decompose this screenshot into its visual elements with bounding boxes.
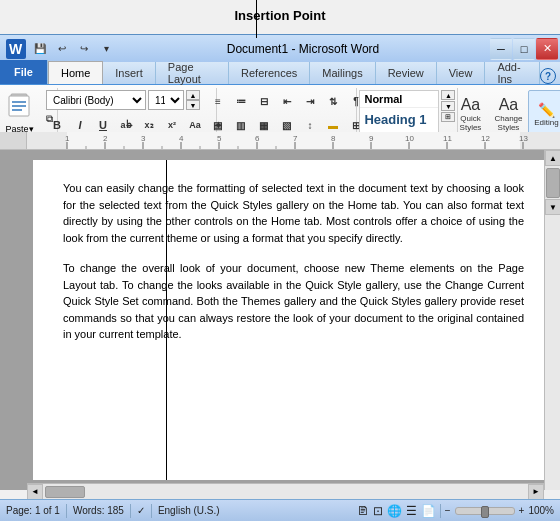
svg-text:6: 6 (255, 134, 260, 143)
svg-text:13: 13 (519, 134, 528, 143)
quick-styles-label: Quick Styles (460, 114, 482, 132)
zoom-slider-thumb[interactable] (481, 506, 489, 518)
scroll-up-button[interactable]: ▲ (545, 150, 560, 166)
svg-rect-4 (12, 101, 26, 103)
svg-text:9: 9 (369, 134, 374, 143)
spell-check-icon[interactable]: ✓ (137, 505, 145, 516)
window-controls: ─ □ ✕ (490, 38, 558, 60)
word-count: Words: 185 (73, 505, 124, 516)
minimize-button[interactable]: ─ (490, 38, 512, 60)
svg-text:1: 1 (65, 134, 70, 143)
undo-qat-button[interactable]: ↩ (52, 39, 72, 59)
svg-text:7: 7 (293, 134, 298, 143)
tab-home[interactable]: Home (48, 61, 103, 84)
svg-text:8: 8 (331, 134, 336, 143)
zoom-in-icon[interactable]: + (519, 505, 525, 516)
editing-button[interactable]: ✏️ Editing (528, 90, 560, 138)
status-sep-1 (66, 504, 67, 518)
svg-rect-6 (12, 109, 22, 111)
page-info: Page: 1 of 1 (6, 505, 60, 516)
svg-text:4: 4 (179, 134, 184, 143)
qat-dropdown[interactable]: ▾ (96, 39, 116, 59)
quick-styles-button[interactable]: Aa Quick Styles (452, 90, 488, 138)
normal-style[interactable]: Normal (360, 91, 438, 108)
font-name-select[interactable]: Calibri (Body) (46, 90, 146, 110)
styles-gallery: Normal Heading 1 (359, 90, 439, 138)
paragraph-2: To change the overall look of your docum… (63, 260, 524, 343)
tab-review[interactable]: Review (376, 62, 437, 84)
horizontal-scrollbar: ◄ ► (27, 483, 544, 499)
change-styles-icon: Aa (499, 96, 519, 114)
bullets-button[interactable]: ≡ (207, 90, 229, 112)
status-sep-3 (151, 504, 152, 518)
scroll-thumb-v[interactable] (546, 168, 560, 198)
status-left: Page: 1 of 1 Words: 185 ✓ English (U.S.) (0, 504, 357, 518)
svg-text:2: 2 (103, 134, 108, 143)
language: English (U.S.) (158, 505, 220, 516)
svg-text:11: 11 (443, 134, 452, 143)
titlebar: W 💾 ↩ ↪ ▾ Document1 - Microsoft Word ─ □… (0, 34, 560, 62)
change-styles-button[interactable]: Aa Change Styles (490, 90, 526, 138)
svg-text:3: 3 (141, 134, 146, 143)
view-print-icon[interactable]: 🖹 (357, 504, 369, 518)
decrease-indent-button[interactable]: ⇤ (276, 90, 298, 112)
font-size-increase[interactable]: ▲ (186, 90, 200, 100)
numbering-button[interactable]: ≔ (230, 90, 252, 112)
tab-add-ins[interactable]: Add-Ins (485, 62, 540, 84)
svg-text:W: W (9, 41, 23, 57)
help-icon[interactable]: ? (540, 68, 556, 84)
paste-button[interactable] (1, 90, 39, 122)
paragraph-1: You can easily change the formatting of … (63, 180, 524, 246)
svg-text:10: 10 (405, 134, 414, 143)
status-sep-2 (130, 504, 131, 518)
font-selector-row: Calibri (Body) 11 ▲ ▼ (46, 90, 200, 110)
tab-page-layout[interactable]: Page Layout (156, 62, 229, 84)
maximize-button[interactable]: □ (513, 38, 535, 60)
view-full-icon[interactable]: ⊡ (373, 504, 383, 518)
font-size-select[interactable]: 11 (148, 90, 184, 110)
paragraph-top-row: ≡ ≔ ⊟ ⇤ ⇥ ⇅ ¶ (207, 90, 367, 112)
ribbon-tabs: File Home Insert Page Layout References … (0, 62, 560, 86)
status-sep-4 (440, 504, 441, 518)
tab-mailings[interactable]: Mailings (310, 62, 375, 84)
view-draft-icon[interactable]: 📄 (421, 504, 436, 518)
heading1-style[interactable]: Heading 1 (360, 110, 438, 129)
ruler-main: 1 2 3 4 5 6 7 8 9 10 11 12 13 (27, 132, 560, 149)
scroll-track-v (545, 168, 560, 198)
editing-label: Editing (534, 118, 558, 127)
view-outline-icon[interactable]: ☰ (406, 504, 417, 518)
scroll-right-button[interactable]: ► (528, 484, 544, 500)
status-right: 🖹 ⊡ 🌐 ☰ 📄 − + 100% (357, 504, 560, 518)
editing-icon: ✏️ (538, 102, 555, 118)
scroll-left-button[interactable]: ◄ (27, 484, 43, 500)
quick-styles-icon: Aa (461, 96, 481, 114)
vertical-scrollbar: ▲ ▼ (544, 150, 560, 490)
svg-text:12: 12 (481, 134, 490, 143)
scroll-down-button[interactable]: ▼ (545, 199, 560, 215)
change-styles-label: Change Styles (494, 114, 522, 132)
horizontal-ruler: 1 2 3 4 5 6 7 8 9 10 11 12 13 (0, 132, 560, 150)
font-size-decrease[interactable]: ▼ (186, 100, 200, 110)
increase-indent-button[interactable]: ⇥ (299, 90, 321, 112)
zoom-out-icon[interactable]: − (445, 505, 451, 516)
zoom-level: 100% (528, 505, 554, 516)
word-icon: W (4, 37, 28, 61)
tab-view[interactable]: View (437, 62, 486, 84)
redo-qat-button[interactable]: ↪ (74, 39, 94, 59)
svg-rect-5 (12, 105, 26, 107)
view-web-icon[interactable]: 🌐 (387, 504, 402, 518)
multilevel-button[interactable]: ⊟ (253, 90, 275, 112)
zoom-slider-track[interactable] (455, 507, 515, 515)
scroll-thumb-h[interactable] (45, 486, 85, 498)
tab-references[interactable]: References (229, 62, 310, 84)
tab-insert[interactable]: Insert (103, 62, 156, 84)
save-qat-button[interactable]: 💾 (30, 39, 50, 59)
close-button[interactable]: ✕ (536, 38, 558, 60)
document-area: You can easily change the formatting of … (0, 150, 560, 490)
svg-text:5: 5 (217, 134, 222, 143)
tab-file[interactable]: File (0, 60, 48, 84)
sort-button[interactable]: ⇅ (322, 90, 344, 112)
document-page[interactable]: You can easily change the formatting of … (33, 160, 554, 480)
window-title: Document1 - Microsoft Word (116, 42, 490, 56)
statusbar: Page: 1 of 1 Words: 185 ✓ English (U.S.)… (0, 499, 560, 521)
